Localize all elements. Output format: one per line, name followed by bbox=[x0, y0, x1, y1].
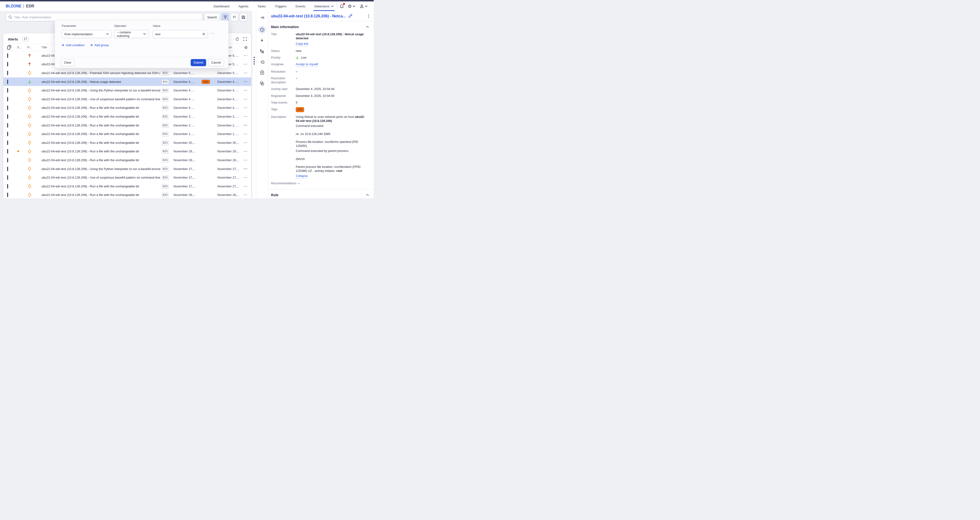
alert-title[interactable]: ubu22-04-edr-test (10.8.126.206) - Run a… bbox=[34, 141, 160, 144]
column-settings-button[interactable]: ⚙ bbox=[241, 45, 251, 50]
sort-button[interactable] bbox=[231, 13, 238, 21]
add-condition-button[interactable]: Add condition bbox=[62, 43, 84, 47]
row-actions-button[interactable] bbox=[241, 143, 251, 143]
table-row[interactable]: ubu22-04-edr-test (10.8.126.206) - Using… bbox=[3, 86, 251, 95]
collapse-description-link[interactable]: Collapse bbox=[296, 174, 308, 178]
column-header-source[interactable]: S... bbox=[11, 46, 25, 49]
search-box[interactable] bbox=[6, 13, 202, 21]
panel-resize-handle[interactable] bbox=[252, 11, 256, 198]
collapse-section-button[interactable] bbox=[366, 26, 369, 28]
row-checkbox[interactable] bbox=[7, 123, 8, 128]
nav-item[interactable]: Detections bbox=[314, 2, 334, 11]
row-actions-button[interactable] bbox=[241, 55, 251, 56]
row-checkbox[interactable] bbox=[7, 158, 8, 162]
assign-to-myself-link[interactable]: Assign to myself bbox=[296, 62, 318, 67]
alert-title[interactable]: ubu22-04-edr-test (10.8.126.206) - Run a… bbox=[34, 115, 160, 118]
row-actions-button[interactable] bbox=[241, 64, 251, 65]
table-row[interactable]: ubu22-04-edr-test (10.8.126.206) - Use o… bbox=[3, 173, 251, 182]
notifications-button[interactable] bbox=[339, 3, 344, 10]
alert-title[interactable]: ubu22-04-edr-test (10.8.126.206) - Run a… bbox=[34, 184, 160, 188]
row-checkbox[interactable] bbox=[7, 184, 8, 189]
table-row[interactable]: ubu22-04-edr-test (10.8.126.206) - Run a… bbox=[3, 103, 251, 113]
account-button[interactable] bbox=[359, 3, 368, 9]
tab-events[interactable] bbox=[258, 36, 266, 44]
table-row[interactable]: ubu22-04-edr-test (10.8.126.206) - Run a… bbox=[3, 112, 251, 121]
alert-title[interactable]: ubu22-04-edr-test (10.8.126.206) - Run a… bbox=[34, 193, 160, 197]
row-checkbox[interactable] bbox=[7, 114, 8, 119]
table-row[interactable]: ubu22-04-edr-test (10.8.126.206) - Use o… bbox=[3, 95, 251, 103]
row-actions-button[interactable] bbox=[241, 99, 251, 100]
table-row[interactable]: ubu22-04-edr-test (10.8.126.206) - Run a… bbox=[3, 147, 251, 156]
detail-title-link[interactable]: ubu22-04-edr-test (10.8.126.206) - Netca… bbox=[271, 14, 346, 18]
filter-button[interactable] bbox=[222, 13, 229, 21]
table-row[interactable]: ubu22-04-edr-test (10.8.126.206) - Run a… bbox=[3, 156, 251, 165]
row-checkbox[interactable] bbox=[7, 141, 8, 145]
alert-title[interactable]: ubu22-04-edr-test (10.8.126.206) - Run a… bbox=[34, 149, 160, 153]
row-actions-button[interactable] bbox=[241, 151, 251, 152]
alert-title[interactable]: ubu22-04-edr-test (10.8.126.206) - Run a… bbox=[34, 124, 160, 127]
copy-link[interactable]: Copy link bbox=[296, 42, 309, 46]
refresh-button[interactable] bbox=[235, 37, 239, 41]
row-actions-button[interactable] bbox=[241, 195, 251, 195]
nav-item[interactable]: Triggers bbox=[275, 2, 286, 11]
row-checkbox[interactable] bbox=[7, 175, 8, 180]
row-checkbox[interactable] bbox=[7, 53, 8, 58]
alert-title[interactable]: ubu22-04-edr-test (10.8.126.206) - Netca… bbox=[34, 80, 160, 84]
tab-export[interactable] bbox=[258, 69, 266, 76]
row-checkbox[interactable] bbox=[7, 105, 8, 110]
value-input-wrap[interactable] bbox=[153, 30, 208, 38]
row-actions-button[interactable] bbox=[241, 90, 251, 91]
tab-main-info[interactable] bbox=[258, 26, 266, 33]
settings-button[interactable]: ⚙ bbox=[347, 3, 356, 10]
table-row[interactable]: ubu22-04-edr-test (10.8.126.206) - Run a… bbox=[3, 130, 251, 138]
select-all-checkbox[interactable] bbox=[7, 45, 11, 50]
table-row[interactable]: ubu22-04-edr-test (10.8.126.206) - Run a… bbox=[3, 121, 251, 130]
row-checkbox[interactable] bbox=[7, 62, 8, 67]
row-actions-button[interactable] bbox=[241, 168, 251, 169]
row-checkbox[interactable] bbox=[7, 71, 8, 75]
alert-title[interactable]: ubu22-04-edr-test (10.8.126.206) - Run a… bbox=[34, 132, 160, 136]
detail-menu-button[interactable] bbox=[367, 13, 370, 19]
tab-process-tree[interactable] bbox=[258, 48, 266, 55]
row-checkbox[interactable] bbox=[7, 88, 8, 93]
alert-title[interactable]: ubu22-04-edr-test (10.8.126.206) - Run a… bbox=[34, 159, 160, 162]
tab-move-to-folder[interactable] bbox=[258, 58, 266, 66]
table-row[interactable]: ubu22-04-edr-test (10.8.126.206) - Netca… bbox=[3, 78, 251, 86]
search-button[interactable]: Search bbox=[204, 13, 220, 21]
add-group-button[interactable]: Add group bbox=[90, 43, 109, 47]
save-filter-button[interactable] bbox=[240, 13, 247, 21]
row-checkbox[interactable] bbox=[7, 79, 8, 84]
row-actions-button[interactable] bbox=[241, 133, 251, 134]
row-checkbox[interactable] bbox=[7, 97, 8, 101]
clear-button[interactable]: Clear bbox=[61, 59, 74, 66]
row-actions-button[interactable] bbox=[241, 125, 251, 125]
collapse-section-button[interactable] bbox=[366, 194, 369, 196]
edit-button[interactable] bbox=[348, 14, 352, 18]
alert-title[interactable]: ubu22-04-edr-test (10.8.126.206) - Using… bbox=[34, 167, 160, 171]
row-actions-button[interactable] bbox=[241, 177, 251, 178]
parameter-select[interactable]: Rule implementation bbox=[62, 30, 111, 38]
cancel-button[interactable]: Cancel bbox=[208, 59, 224, 66]
table-row[interactable]: ubu22-04-edr-test (10.8.126.206) - Using… bbox=[3, 165, 251, 173]
alert-title[interactable]: ubu22-04-edr-test (10.8.126.206) - Using… bbox=[34, 89, 160, 92]
nav-item[interactable]: Dashboard bbox=[213, 2, 229, 11]
condition-menu-button[interactable] bbox=[210, 33, 214, 34]
row-actions-button[interactable] bbox=[241, 160, 251, 160]
submit-button[interactable]: Submit bbox=[191, 59, 206, 66]
alert-title[interactable]: ubu22-04-edr-test (10.8.126.206) - Use o… bbox=[34, 176, 160, 179]
expand-button[interactable] bbox=[243, 37, 247, 41]
row-actions-button[interactable] bbox=[241, 107, 251, 108]
table-row[interactable]: ubu22-04-edr-test (10.8.126.206) - Run a… bbox=[3, 182, 251, 191]
column-header-priority[interactable]: P... bbox=[25, 46, 34, 49]
value-input[interactable] bbox=[155, 32, 202, 36]
clear-value-icon[interactable] bbox=[202, 33, 205, 35]
tab-similar-alerts[interactable] bbox=[258, 79, 266, 87]
search-input[interactable] bbox=[14, 16, 200, 19]
row-checkbox[interactable] bbox=[7, 193, 8, 197]
table-row[interactable]: ubu22-04-edr-test (10.8.126.206) - Poten… bbox=[3, 68, 251, 78]
row-actions-button[interactable] bbox=[241, 186, 251, 187]
nav-item[interactable]: Tasks bbox=[258, 2, 266, 11]
alert-title[interactable]: ubu22-04-edr-test (10.8.126.206) - Poten… bbox=[34, 71, 160, 75]
collapse-panel-button[interactable] bbox=[258, 14, 266, 21]
row-actions-button[interactable] bbox=[241, 81, 251, 82]
